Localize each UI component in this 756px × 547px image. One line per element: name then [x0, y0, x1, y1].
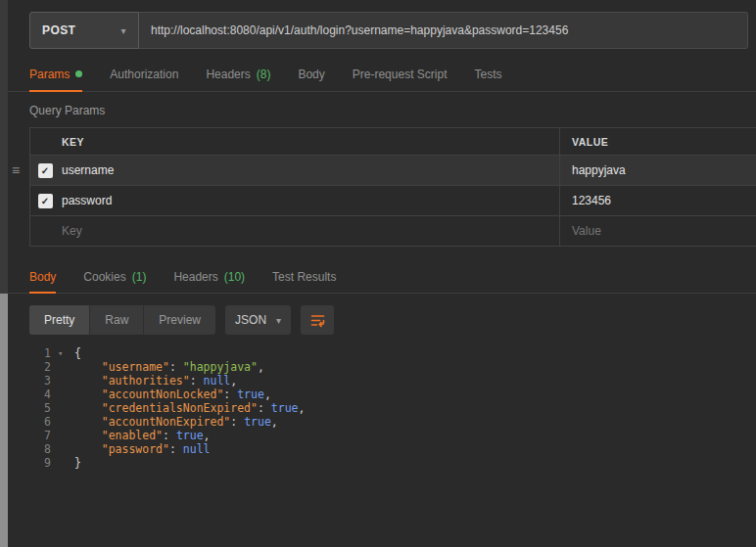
tab-params[interactable]: Params: [29, 57, 82, 91]
tab-body[interactable]: Body: [298, 57, 324, 91]
tab-body-label: Body: [298, 68, 324, 81]
response-tab-headers[interactable]: Headers (10): [173, 260, 245, 293]
header-check-cell: [30, 128, 60, 155]
request-panel: POST ▾ Params Authorization Headers (8) …: [8, 0, 756, 547]
param-row-new[interactable]: Key Value: [30, 216, 756, 247]
cookies-count-badge: (1): [132, 270, 147, 284]
mode-pretty-button[interactable]: Pretty: [29, 305, 90, 335]
response-tab-body-label: Body: [29, 270, 56, 284]
code-line: 5 "credentialsNonExpired": true,: [8, 401, 756, 415]
code-text: }: [74, 456, 81, 470]
tab-authorization-label: Authorization: [110, 68, 178, 81]
value-column-header: VALUE: [559, 128, 756, 155]
wrap-lines-button[interactable]: [301, 305, 334, 335]
sidebar-edge: [0, 0, 8, 547]
active-tab-underline: [29, 292, 56, 294]
response-headers-count-badge: (10): [224, 270, 245, 284]
line-number: 7: [8, 429, 55, 442]
param-check-cell: ✓: [30, 186, 60, 215]
param-row-username[interactable]: ≡ ✓ username happyjava: [30, 156, 756, 186]
sidebar-edge-top: [0, 0, 8, 294]
new-param-value-placeholder[interactable]: Value: [559, 216, 756, 246]
param-row-password[interactable]: ✓ password 123456: [30, 186, 756, 216]
code-text: {: [74, 346, 81, 360]
tab-authorization[interactable]: Authorization: [110, 57, 178, 91]
sidebar-edge-scrollbar[interactable]: [0, 294, 8, 547]
drag-handle-icon[interactable]: ≡: [12, 156, 20, 185]
response-tab-headers-label: Headers: [173, 270, 217, 284]
fold-gutter: [55, 374, 74, 387]
line-number: 3: [8, 374, 55, 387]
response-tab-test-results[interactable]: Test Results: [272, 260, 336, 293]
method-dropdown[interactable]: POST ▾: [29, 12, 139, 49]
request-bar: POST ▾: [29, 12, 748, 49]
code-text: "password": null: [74, 442, 211, 456]
fold-gutter: [55, 360, 74, 374]
param-checkbox[interactable]: ✓: [38, 163, 53, 178]
line-number: 1: [8, 346, 55, 360]
param-table-header: KEY VALUE: [30, 128, 756, 156]
line-number: 5: [8, 401, 55, 415]
code-line: 7 "enabled": true,: [8, 429, 756, 442]
line-number: 4: [8, 387, 55, 401]
active-tab-underline: [29, 90, 82, 92]
method-label: POST: [42, 23, 75, 37]
response-tab-cookies-label: Cookies: [83, 270, 125, 284]
mode-preview-button[interactable]: Preview: [144, 305, 215, 335]
line-number: 6: [8, 415, 55, 429]
code-line: 2 "username": "happyjava",: [8, 360, 756, 374]
tab-prerequest-script-label: Pre-request Script: [353, 68, 448, 81]
param-value[interactable]: 123456: [559, 186, 756, 215]
code-text: "enabled": true,: [74, 429, 211, 442]
response-tab-cookies[interactable]: Cookies (1): [83, 260, 146, 293]
tab-prerequest-script[interactable]: Pre-request Script: [353, 57, 448, 91]
response-tab-test-results-label: Test Results: [272, 270, 336, 284]
check-icon: ✓: [41, 196, 49, 206]
code-line: 6 "accountNonExpired": true,: [8, 415, 756, 429]
line-number: 8: [8, 442, 55, 456]
param-key[interactable]: password: [60, 186, 559, 215]
view-mode-switch: Pretty Raw Preview: [29, 305, 215, 335]
param-checkbox[interactable]: ✓: [38, 194, 53, 208]
headers-count-badge: (8): [257, 68, 271, 81]
code-line: 1▾{: [8, 346, 756, 360]
query-params-table: KEY VALUE ≡ ✓ username happyjava ✓: [29, 127, 756, 247]
fold-caret-icon[interactable]: ▾: [55, 346, 74, 360]
wrap-lines-icon: [309, 312, 326, 329]
fold-gutter: [55, 456, 74, 470]
fold-gutter: [55, 401, 74, 415]
query-params-title: Query Params: [29, 104, 756, 117]
response-tabs: Body Cookies (1) Headers (10) Test Resul…: [8, 260, 756, 294]
param-check-cell: [30, 216, 60, 246]
line-number: 2: [8, 360, 55, 374]
code-text: "accountNonExpired": true,: [74, 415, 278, 429]
chevron-down-icon: ▾: [276, 315, 281, 326]
code-line: 9}: [8, 456, 756, 470]
param-check-cell: ✓: [30, 156, 60, 185]
request-tabs: Params Authorization Headers (8) Body Pr…: [8, 57, 756, 92]
params-active-dot-icon: [75, 70, 82, 77]
response-tab-body[interactable]: Body: [29, 260, 56, 293]
code-line: 4 "accountNonLocked": true,: [8, 387, 756, 401]
new-param-key-placeholder[interactable]: Key: [60, 216, 559, 246]
tab-params-label: Params: [29, 68, 70, 81]
fold-gutter: [55, 442, 74, 456]
mode-raw-button[interactable]: Raw: [90, 305, 144, 335]
fold-gutter: [55, 429, 74, 442]
check-icon: ✓: [41, 165, 49, 176]
code-text: "username": "happyjava",: [74, 360, 264, 374]
postman-window: POST ▾ Params Authorization Headers (8) …: [0, 0, 756, 547]
code-text: "accountNonLocked": true,: [74, 387, 271, 401]
line-number: 9: [8, 456, 55, 470]
fold-gutter: [55, 415, 74, 429]
param-key[interactable]: username: [60, 156, 559, 185]
format-dropdown[interactable]: JSON ▾: [225, 305, 291, 335]
tab-tests[interactable]: Tests: [474, 57, 501, 91]
tab-headers[interactable]: Headers (8): [206, 57, 270, 91]
url-input[interactable]: [139, 12, 748, 49]
key-column-header: KEY: [60, 128, 559, 155]
code-line: 3 "authorities": null,: [8, 374, 756, 387]
param-value[interactable]: happyjava: [559, 156, 756, 185]
tab-headers-label: Headers: [206, 68, 250, 81]
response-code[interactable]: 1▾{2 "username": "happyjava",3 "authorit…: [8, 344, 756, 470]
